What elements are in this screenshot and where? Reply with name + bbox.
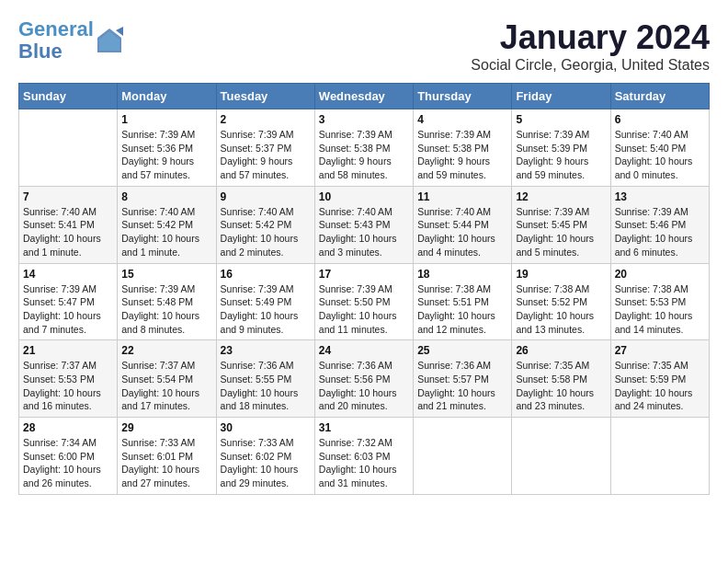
calendar-cell: 14Sunrise: 7:39 AMSunset: 5:47 PMDayligh… bbox=[19, 263, 118, 340]
calendar-cell: 7Sunrise: 7:40 AMSunset: 5:41 PMDaylight… bbox=[19, 186, 118, 263]
calendar-cell: 2Sunrise: 7:39 AMSunset: 5:37 PMDaylight… bbox=[216, 109, 314, 187]
calendar-cell: 8Sunrise: 7:40 AMSunset: 5:42 PMDaylight… bbox=[118, 186, 216, 263]
day-info: Sunrise: 7:34 AMSunset: 6:00 PMDaylight:… bbox=[23, 436, 113, 490]
day-number: 30 bbox=[221, 421, 311, 434]
day-info: Sunrise: 7:39 AMSunset: 5:50 PMDaylight:… bbox=[319, 282, 409, 337]
day-info: Sunrise: 7:38 AMSunset: 5:51 PMDaylight:… bbox=[417, 282, 507, 337]
day-info: Sunrise: 7:32 AMSunset: 6:03 PMDaylight:… bbox=[319, 436, 409, 490]
day-info: Sunrise: 7:33 AMSunset: 6:01 PMDaylight:… bbox=[121, 436, 211, 490]
calendar-table: SundayMondayTuesdayWednesdayThursdayFrid… bbox=[18, 83, 710, 495]
day-info: Sunrise: 7:35 AMSunset: 5:58 PMDaylight:… bbox=[516, 359, 606, 413]
day-info: Sunrise: 7:39 AMSunset: 5:49 PMDaylight:… bbox=[221, 282, 311, 337]
day-number: 25 bbox=[417, 344, 507, 357]
calendar-cell bbox=[610, 418, 709, 495]
week-row-5: 28Sunrise: 7:34 AMSunset: 6:00 PMDayligh… bbox=[19, 418, 710, 495]
day-number: 4 bbox=[417, 113, 507, 126]
day-info: Sunrise: 7:40 AMSunset: 5:40 PMDaylight:… bbox=[615, 128, 705, 182]
day-info: Sunrise: 7:38 AMSunset: 5:52 PMDaylight:… bbox=[516, 282, 606, 337]
calendar-cell bbox=[512, 418, 610, 495]
calendar-cell: 10Sunrise: 7:40 AMSunset: 5:43 PMDayligh… bbox=[314, 186, 413, 263]
day-number: 7 bbox=[23, 190, 113, 203]
month-title: January 2024 bbox=[471, 18, 710, 57]
calendar-cell: 6Sunrise: 7:40 AMSunset: 5:40 PMDaylight… bbox=[610, 109, 709, 187]
calendar-cell: 18Sunrise: 7:38 AMSunset: 5:51 PMDayligh… bbox=[414, 263, 512, 340]
day-info: Sunrise: 7:36 AMSunset: 5:56 PMDaylight:… bbox=[319, 359, 409, 413]
calendar-cell: 15Sunrise: 7:39 AMSunset: 5:48 PMDayligh… bbox=[118, 263, 216, 340]
weekday-monday: Monday bbox=[118, 84, 216, 109]
weekday-saturday: Saturday bbox=[610, 84, 709, 109]
calendar-cell bbox=[19, 109, 118, 187]
day-info: Sunrise: 7:39 AMSunset: 5:38 PMDaylight:… bbox=[417, 128, 507, 182]
day-info: Sunrise: 7:40 AMSunset: 5:42 PMDaylight:… bbox=[121, 205, 211, 259]
calendar-cell: 30Sunrise: 7:33 AMSunset: 6:02 PMDayligh… bbox=[216, 418, 314, 495]
day-info: Sunrise: 7:39 AMSunset: 5:47 PMDaylight:… bbox=[23, 282, 113, 337]
calendar-cell: 22Sunrise: 7:37 AMSunset: 5:54 PMDayligh… bbox=[118, 340, 216, 418]
day-number: 19 bbox=[516, 268, 606, 281]
day-number: 21 bbox=[23, 344, 113, 357]
day-number: 1 bbox=[121, 113, 211, 126]
day-info: Sunrise: 7:39 AMSunset: 5:39 PMDaylight:… bbox=[516, 128, 606, 182]
day-info: Sunrise: 7:37 AMSunset: 5:54 PMDaylight:… bbox=[121, 359, 211, 413]
day-info: Sunrise: 7:40 AMSunset: 5:41 PMDaylight:… bbox=[23, 205, 113, 259]
calendar-cell: 5Sunrise: 7:39 AMSunset: 5:39 PMDaylight… bbox=[512, 109, 610, 187]
calendar-cell: 13Sunrise: 7:39 AMSunset: 5:46 PMDayligh… bbox=[610, 186, 709, 263]
day-number: 2 bbox=[221, 113, 311, 126]
day-number: 18 bbox=[417, 268, 507, 281]
week-row-1: 1Sunrise: 7:39 AMSunset: 5:36 PMDaylight… bbox=[19, 109, 710, 187]
logo: GeneralBlue bbox=[18, 18, 123, 63]
day-number: 28 bbox=[23, 421, 113, 434]
title-area: January 2024 Social Circle, Georgia, Uni… bbox=[471, 18, 710, 74]
calendar-cell: 28Sunrise: 7:34 AMSunset: 6:00 PMDayligh… bbox=[19, 418, 118, 495]
calendar-cell: 16Sunrise: 7:39 AMSunset: 5:49 PMDayligh… bbox=[216, 263, 314, 340]
day-info: Sunrise: 7:39 AMSunset: 5:46 PMDaylight:… bbox=[615, 205, 705, 259]
weekday-wednesday: Wednesday bbox=[314, 84, 413, 109]
day-number: 9 bbox=[221, 190, 311, 203]
week-row-4: 21Sunrise: 7:37 AMSunset: 5:53 PMDayligh… bbox=[19, 340, 710, 418]
page-header: GeneralBlue January 2024 Social Circle, … bbox=[18, 18, 710, 74]
calendar-cell: 21Sunrise: 7:37 AMSunset: 5:53 PMDayligh… bbox=[19, 340, 118, 418]
day-number: 20 bbox=[615, 268, 705, 281]
day-number: 23 bbox=[221, 344, 311, 357]
logo-icon bbox=[96, 27, 123, 54]
day-number: 13 bbox=[615, 190, 705, 203]
calendar-cell: 12Sunrise: 7:39 AMSunset: 5:45 PMDayligh… bbox=[512, 186, 610, 263]
day-info: Sunrise: 7:33 AMSunset: 6:02 PMDaylight:… bbox=[221, 436, 311, 490]
calendar-cell: 31Sunrise: 7:32 AMSunset: 6:03 PMDayligh… bbox=[314, 418, 413, 495]
day-info: Sunrise: 7:37 AMSunset: 5:53 PMDaylight:… bbox=[23, 359, 113, 413]
calendar-cell: 29Sunrise: 7:33 AMSunset: 6:01 PMDayligh… bbox=[118, 418, 216, 495]
logo-text: GeneralBlue bbox=[18, 18, 94, 63]
day-number: 12 bbox=[516, 190, 606, 203]
day-number: 22 bbox=[121, 344, 211, 357]
day-number: 3 bbox=[319, 113, 409, 126]
day-info: Sunrise: 7:40 AMSunset: 5:44 PMDaylight:… bbox=[417, 205, 507, 259]
calendar-cell: 17Sunrise: 7:39 AMSunset: 5:50 PMDayligh… bbox=[314, 263, 413, 340]
weekday-sunday: Sunday bbox=[19, 84, 118, 109]
day-info: Sunrise: 7:36 AMSunset: 5:57 PMDaylight:… bbox=[417, 359, 507, 413]
weekday-friday: Friday bbox=[512, 84, 610, 109]
calendar-cell: 20Sunrise: 7:38 AMSunset: 5:53 PMDayligh… bbox=[610, 263, 709, 340]
day-number: 17 bbox=[319, 268, 409, 281]
day-info: Sunrise: 7:38 AMSunset: 5:53 PMDaylight:… bbox=[615, 282, 705, 337]
day-number: 14 bbox=[23, 268, 113, 281]
day-number: 8 bbox=[121, 190, 211, 203]
calendar-cell: 26Sunrise: 7:35 AMSunset: 5:58 PMDayligh… bbox=[512, 340, 610, 418]
calendar-cell: 24Sunrise: 7:36 AMSunset: 5:56 PMDayligh… bbox=[314, 340, 413, 418]
calendar-cell: 4Sunrise: 7:39 AMSunset: 5:38 PMDaylight… bbox=[414, 109, 512, 187]
day-number: 27 bbox=[615, 344, 705, 357]
calendar-body: 1Sunrise: 7:39 AMSunset: 5:36 PMDaylight… bbox=[19, 109, 710, 495]
day-info: Sunrise: 7:40 AMSunset: 5:42 PMDaylight:… bbox=[221, 205, 311, 259]
day-info: Sunrise: 7:36 AMSunset: 5:55 PMDaylight:… bbox=[221, 359, 311, 413]
day-number: 24 bbox=[319, 344, 409, 357]
calendar-cell: 23Sunrise: 7:36 AMSunset: 5:55 PMDayligh… bbox=[216, 340, 314, 418]
calendar-cell: 9Sunrise: 7:40 AMSunset: 5:42 PMDaylight… bbox=[216, 186, 314, 263]
weekday-tuesday: Tuesday bbox=[216, 84, 314, 109]
day-number: 6 bbox=[615, 113, 705, 126]
day-number: 5 bbox=[516, 113, 606, 126]
day-number: 15 bbox=[121, 268, 211, 281]
calendar-cell: 19Sunrise: 7:38 AMSunset: 5:52 PMDayligh… bbox=[512, 263, 610, 340]
weekday-header-row: SundayMondayTuesdayWednesdayThursdayFrid… bbox=[19, 84, 710, 109]
calendar-cell: 1Sunrise: 7:39 AMSunset: 5:36 PMDaylight… bbox=[118, 109, 216, 187]
day-number: 11 bbox=[417, 190, 507, 203]
day-info: Sunrise: 7:39 AMSunset: 5:37 PMDaylight:… bbox=[221, 128, 311, 182]
calendar-cell: 27Sunrise: 7:35 AMSunset: 5:59 PMDayligh… bbox=[610, 340, 709, 418]
